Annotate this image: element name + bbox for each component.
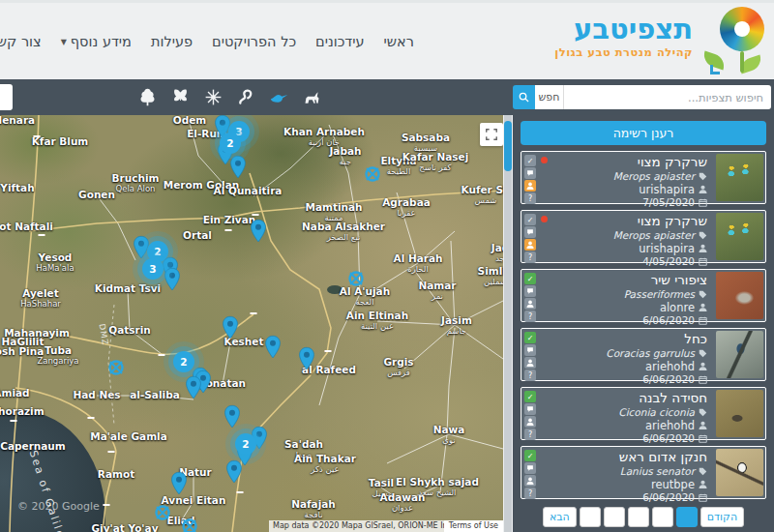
observation-pin[interactable] (265, 336, 282, 361)
observer-icon[interactable] (524, 239, 536, 251)
nav-item[interactable]: ראשי ▼ (384, 34, 414, 49)
observer-icon[interactable] (524, 416, 536, 428)
comment-icon[interactable] (524, 285, 536, 297)
observation-card[interactable]: ✓ ? שרקרק מצוי Merops apiaster (521, 151, 766, 204)
bird-filter-icon[interactable] (267, 86, 290, 109)
help-icon[interactable]: ? (524, 192, 536, 204)
help-icon[interactable]: ? (524, 251, 536, 263)
nav-item[interactable]: מידע נוסף ▼ (61, 34, 132, 49)
observation-photo[interactable] (716, 154, 763, 201)
approve-icon[interactable]: ✓ (524, 273, 536, 284)
approve-icon[interactable]: ✓ (524, 450, 536, 461)
observation-pin[interactable] (223, 316, 239, 341)
butterfly-filter-icon[interactable] (168, 86, 192, 109)
search-icon (518, 91, 530, 103)
map-canvas[interactable]: Menara Kfar Blum Odem El-Rum Khan Arnabe… (0, 115, 503, 532)
crossed-circle-marker[interactable] (347, 270, 365, 287)
comment-icon[interactable] (524, 403, 536, 415)
observation-photo[interactable] (716, 272, 763, 319)
tree-filter-icon[interactable] (135, 86, 159, 109)
help-icon[interactable]: ? (524, 488, 536, 499)
observation-card[interactable]: ✓ ? חנקן אדום ראש Lanius senator (521, 446, 766, 499)
cluster-marker[interactable]: 3 (142, 258, 164, 280)
map-town-label: Adawan عدوان (380, 492, 426, 513)
crossed-circle-marker[interactable] (364, 165, 381, 183)
observation-photo[interactable] (716, 213, 763, 260)
comment-icon[interactable] (524, 344, 536, 356)
taxon-filters (135, 79, 323, 115)
observation-pin[interactable] (251, 220, 267, 245)
pagination-page-button[interactable] (604, 507, 625, 527)
observation-card[interactable]: ✓ ? ציפורי שיר Passeriformes (521, 269, 766, 322)
spider-filter-icon[interactable] (201, 86, 224, 109)
pagination: הקודם הבא (513, 507, 774, 527)
logo-stem (740, 51, 744, 73)
pagination-prev-button[interactable]: הקודם (700, 507, 744, 527)
observation-pin[interactable] (299, 347, 315, 372)
pagination-next-button[interactable]: הבא (543, 507, 577, 527)
species-line: Merops apiaster (551, 229, 707, 242)
map-town-label: Had Nes (73, 390, 120, 401)
approve-icon[interactable]: ✓ (524, 214, 536, 225)
fullscreen-button[interactable] (480, 123, 503, 146)
nav-item[interactable]: פעילות ▼ (151, 34, 193, 49)
comment-icon[interactable] (524, 462, 536, 474)
map-town-label: Ramot Naftali (0, 222, 53, 233)
road-badge (38, 234, 45, 236)
observation-pin[interactable] (186, 376, 202, 401)
observation-photo[interactable] (716, 390, 763, 437)
observer-icon[interactable] (524, 298, 536, 310)
cluster-marker[interactable]: 2 (235, 433, 256, 455)
clipped-button[interactable] (0, 84, 13, 110)
observation-pin[interactable] (224, 405, 241, 430)
pagination-page-button[interactable] (652, 507, 673, 527)
approve-icon[interactable]: ✓ (524, 155, 536, 166)
observation-pin[interactable] (230, 156, 247, 181)
observation-pin[interactable] (226, 460, 243, 486)
site-logo-icon[interactable] (700, 7, 764, 74)
snake-filter-icon[interactable] (234, 86, 257, 109)
observation-pin[interactable] (164, 268, 181, 293)
brand-block[interactable]: תצפיטבע קהילה מנטרת טבע בגולן (554, 15, 693, 59)
observation-list: ✓ ? שרקרק מצוי Merops apiaster (521, 151, 766, 499)
comment-icon[interactable] (524, 167, 536, 179)
search-icon-button[interactable] (513, 85, 535, 109)
crossed-circle-marker[interactable] (154, 504, 171, 521)
observer-icon[interactable] (524, 357, 536, 369)
nav-item[interactable]: עידכונים ▼ (315, 34, 365, 49)
observer-icon[interactable] (524, 475, 536, 487)
nav-item[interactable]: כל הפרויקטים ▼ (212, 34, 296, 49)
observer-line: urishapira (551, 183, 707, 196)
observer-icon[interactable] (524, 180, 536, 192)
help-icon[interactable]: ? (524, 429, 536, 440)
map-town-label: Nawa نوى (433, 425, 465, 445)
approve-icon[interactable]: ✓ (524, 332, 536, 343)
scrollbar-thumb[interactable] (504, 121, 512, 171)
observation-pin[interactable] (171, 472, 188, 497)
pagination-page-button[interactable] (676, 507, 698, 527)
approve-icon[interactable]: ✓ (524, 391, 536, 402)
terms-of-use-link[interactable]: Terms of Use (444, 520, 503, 532)
mammal-filter-icon[interactable] (300, 86, 323, 109)
comment-icon[interactable] (524, 226, 536, 238)
observation-card[interactable]: ✓ ? כחל Coracias garrulus (521, 328, 766, 381)
cluster-marker[interactable]: 2 (173, 351, 194, 372)
observation-photo[interactable] (716, 449, 763, 496)
pagination-page-button[interactable] (628, 507, 649, 527)
observation-title: חסידה לבנה (551, 391, 707, 406)
observation-photo[interactable] (716, 331, 763, 378)
cluster-marker[interactable]: 2 (220, 133, 241, 154)
observation-card[interactable]: ✓ ? שרקרק מצוי Merops apiaster (521, 210, 766, 263)
card-info: חנקן אדום ראש Lanius senator reutbpe 6/0… (551, 450, 707, 504)
observation-card[interactable]: ✓ ? חסידה לבנה Ciconia ciconia (521, 387, 766, 440)
refresh-list-button[interactable]: רענן רשימה (521, 121, 766, 145)
pagination-page-button[interactable] (580, 507, 601, 527)
help-icon[interactable]: ? (524, 310, 536, 322)
crossed-circle-marker[interactable] (107, 359, 125, 376)
nav-item[interactable]: צור קשר ▼ (0, 34, 42, 49)
search-text-button[interactable]: חפש (535, 85, 564, 109)
help-icon[interactable]: ? (524, 369, 536, 381)
sidebar-scrollbar[interactable] (504, 115, 512, 532)
search-input[interactable] (564, 85, 771, 109)
crossed-circle-marker[interactable] (181, 517, 198, 532)
